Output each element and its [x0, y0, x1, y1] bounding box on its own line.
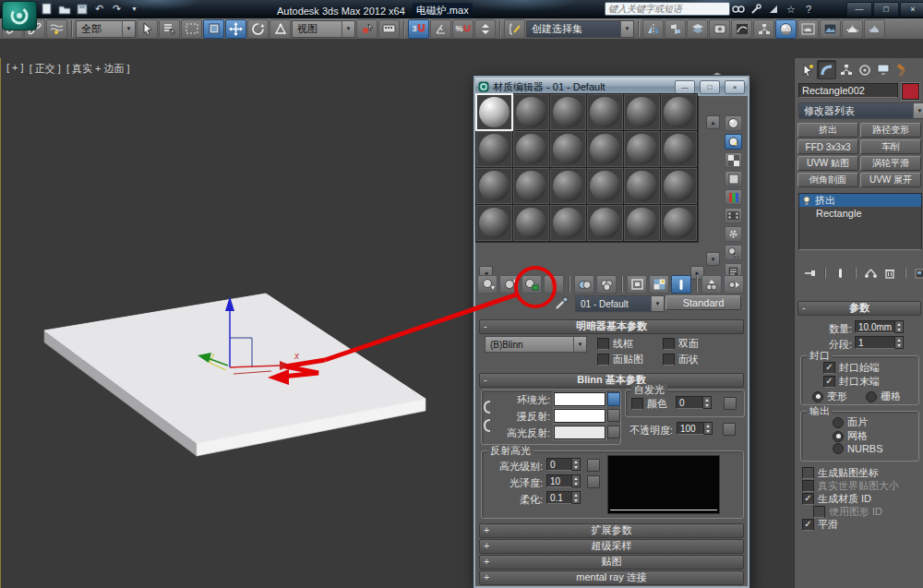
dropdown-arrow-icon[interactable]: ▼	[620, 21, 633, 37]
ambient-color-swatch[interactable]	[554, 392, 605, 406]
tab-hierarchy-icon[interactable]	[837, 61, 855, 78]
diffuse-color-swatch[interactable]	[554, 409, 605, 423]
diffuse-map-button[interactable]	[607, 409, 620, 422]
layer-manager-icon[interactable]	[687, 19, 708, 39]
dropdown-arrow-icon[interactable]: ▼	[913, 103, 923, 118]
put-material-to-scene-icon[interactable]	[499, 275, 520, 294]
dropdown-arrow-icon[interactable]: ▼	[342, 21, 354, 37]
dropdown-arrow-icon[interactable]: ▼	[651, 296, 664, 311]
show-map-in-viewport-icon[interactable]	[649, 275, 669, 294]
lock-ambient-diffuse-clamp-icon[interactable]	[483, 400, 492, 414]
sample-slot[interactable]	[512, 204, 550, 242]
modifier-button-ffd[interactable]: FFD 3x3x3	[797, 139, 858, 154]
morph-radio[interactable]: 变形	[812, 390, 847, 403]
minimize-button[interactable]: —	[846, 2, 872, 17]
close-button[interactable]: ×	[900, 2, 923, 17]
extended-params-rollout[interactable]: +扩展参数	[479, 523, 744, 538]
dropdown-arrow-icon[interactable]: ▼	[122, 21, 135, 37]
application-menu-button[interactable]	[2, 1, 37, 30]
object-name-field[interactable]: Rectangle002	[798, 83, 898, 98]
put-to-library-icon[interactable]	[596, 275, 617, 294]
real-world-map-size-checkbox[interactable]: 真实世界贴图大小	[802, 479, 899, 493]
keyboard-override-icon[interactable]	[378, 19, 400, 39]
mesh-radio[interactable]: 网格	[833, 429, 868, 443]
angle-snap-icon[interactable]	[430, 19, 451, 39]
glossiness-map-button[interactable]	[587, 475, 600, 488]
sample-slot[interactable]	[660, 130, 698, 168]
select-object-icon[interactable]	[137, 19, 158, 39]
render-production-icon[interactable]	[842, 19, 863, 39]
self-illum-color-checkbox[interactable]: 颜色	[631, 397, 667, 411]
sample-slot[interactable]	[660, 93, 698, 131]
curve-editor-icon[interactable]	[731, 19, 752, 39]
select-and-manipulate-icon[interactable]	[356, 19, 378, 39]
search-icon[interactable]	[731, 3, 746, 16]
extruded-plane-object[interactable]	[44, 294, 426, 456]
use-shape-ids-checkbox[interactable]: 使用图形 ID	[813, 505, 882, 519]
schematic-view-icon[interactable]	[753, 19, 774, 39]
supersampling-rollout[interactable]: +超级采样	[479, 539, 744, 554]
save-file-icon[interactable]	[74, 2, 90, 16]
new-scene-icon[interactable]	[39, 2, 54, 16]
shader-type-dropdown[interactable]: (B)Blinn▼	[485, 336, 587, 353]
grid-radio[interactable]: 栅格	[866, 390, 901, 403]
mental-ray-rollout[interactable]: +mental ray 连接	[479, 570, 744, 585]
select-and-scale-icon[interactable]	[270, 19, 291, 39]
undo-icon[interactable]: ↶	[91, 2, 107, 16]
modifier-list-dropdown[interactable]: 修改器列表▼	[798, 102, 923, 119]
qat-dropdown-icon[interactable]: ▼	[126, 2, 142, 16]
remove-modifier-icon[interactable]	[882, 267, 897, 280]
opacity-spinner[interactable]: 100	[677, 422, 713, 435]
stack-item-rectangle[interactable]: Rectangle	[799, 207, 921, 220]
align-icon[interactable]	[665, 19, 686, 39]
render-setup-icon[interactable]	[797, 19, 819, 39]
blinn-rollout-header[interactable]: -Blinn 基本参数	[479, 373, 744, 388]
sample-slot[interactable]	[623, 204, 661, 242]
modifier-button-turbosmooth[interactable]: 涡轮平滑	[860, 156, 921, 171]
sample-slot-selected[interactable]	[475, 93, 513, 131]
named-selection-sets-dropdown[interactable]: 创建选择集▼	[526, 20, 634, 38]
rendered-frame-window-icon[interactable]	[820, 19, 841, 39]
sample-slot[interactable]	[660, 204, 698, 242]
sample-slot[interactable]	[586, 204, 624, 242]
material-editor-icon[interactable]	[775, 19, 797, 39]
bind-to-spacewarp-icon[interactable]	[46, 19, 67, 39]
select-and-move-icon[interactable]	[225, 19, 246, 39]
sample-slot[interactable]	[549, 204, 587, 242]
slots-scroll-up-icon[interactable]: ▲	[706, 115, 720, 129]
select-by-name-icon[interactable]	[159, 19, 180, 39]
sample-slot[interactable]	[512, 130, 550, 168]
favorites-star-icon[interactable]: ☆	[784, 3, 798, 16]
modifier-button-pathdeform[interactable]: 路径变形	[860, 123, 921, 138]
mirror-icon[interactable]	[642, 19, 664, 39]
specular-color-swatch[interactable]	[554, 426, 605, 439]
wireframe-checkbox[interactable]: 线框	[597, 337, 633, 351]
segments-spinner[interactable]: 1	[855, 336, 904, 349]
modifier-button-lathe[interactable]: 车削	[860, 139, 921, 154]
sample-slot[interactable]	[623, 130, 661, 168]
graphite-ribbon-icon[interactable]	[709, 19, 730, 39]
lock-colors-icon[interactable]	[607, 392, 620, 406]
modifier-button-extrude[interactable]: 挤出	[797, 123, 858, 138]
patch-radio[interactable]: 面片	[833, 415, 868, 429]
tab-display-icon[interactable]	[874, 61, 892, 78]
modifier-button-bevelprofile[interactable]: 倒角剖面	[797, 173, 858, 187]
two-sided-checkbox[interactable]: 双面	[663, 337, 699, 351]
parameters-rollout-header[interactable]: -参数	[797, 301, 921, 316]
material-type-button[interactable]: Standard	[665, 295, 741, 310]
me-close-button[interactable]: ×	[725, 80, 745, 94]
me-maximize-button[interactable]: □	[700, 80, 720, 94]
sample-slot[interactable]	[549, 167, 587, 205]
sample-slot[interactable]	[586, 93, 624, 131]
maps-rollout[interactable]: +贴图	[479, 555, 744, 570]
sample-slot[interactable]	[623, 93, 661, 131]
edit-named-selection-sets-icon[interactable]	[504, 19, 525, 39]
cap-start-checkbox[interactable]: ✓封口始端	[823, 361, 880, 375]
configure-modifier-sets-icon[interactable]	[913, 267, 923, 280]
search-input[interactable]	[605, 2, 730, 16]
sample-slot[interactable]	[475, 204, 513, 242]
sample-slot[interactable]	[512, 167, 550, 205]
communication-center-icon[interactable]	[766, 3, 781, 16]
show-end-result-stack-icon[interactable]	[833, 267, 847, 280]
rectangular-selection-region-icon[interactable]	[181, 19, 202, 39]
